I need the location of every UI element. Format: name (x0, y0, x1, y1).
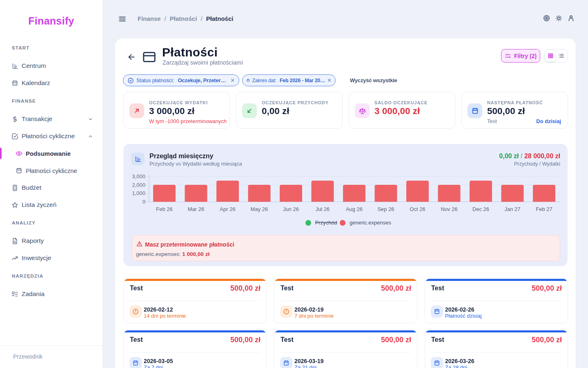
svg-text:Dec 26: Dec 26 (472, 206, 489, 212)
svg-text:Jan 27: Jan 27 (504, 206, 520, 212)
svg-text:3,000: 3,000 (132, 173, 145, 180)
svg-text:1,000: 1,000 (132, 190, 145, 196)
svg-text:Nov 26: Nov 26 (441, 206, 457, 212)
svg-text:Oct 26: Oct 26 (410, 206, 425, 212)
svg-text:Feb 26: Feb 26 (156, 206, 172, 212)
svg-text:Apr 26: Apr 26 (220, 206, 235, 212)
svg-text:Mar 26: Mar 26 (188, 206, 204, 212)
svg-text:Jun 26: Jun 26 (283, 206, 299, 212)
svg-text:May 26: May 26 (251, 206, 268, 212)
svg-text:0: 0 (143, 199, 145, 205)
svg-text:2,000: 2,000 (132, 182, 145, 188)
svg-text:Sep 26: Sep 26 (377, 206, 394, 212)
svg-text:Aug 26: Aug 26 (346, 206, 363, 212)
svg-text:Jul 26: Jul 26 (316, 206, 330, 212)
svg-text:Feb 27: Feb 27 (536, 206, 552, 212)
